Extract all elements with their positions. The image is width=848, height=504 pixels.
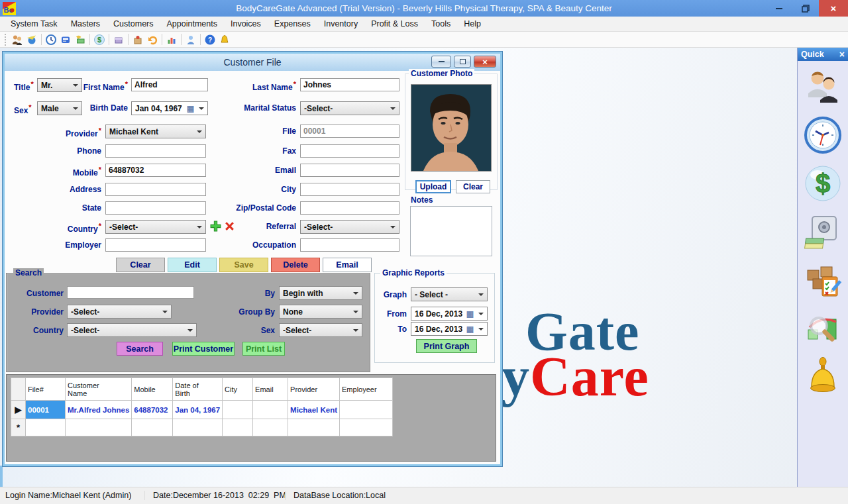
- close-button[interactable]: ×: [819, 0, 848, 17]
- table-row-new[interactable]: *: [11, 419, 393, 436]
- user-icon[interactable]: [184, 33, 198, 46]
- city-field[interactable]: [300, 183, 399, 196]
- menu-inventory[interactable]: Inventory: [317, 17, 364, 32]
- grid-header-customer-name[interactable]: Customer Name: [66, 378, 132, 401]
- cell-city[interactable]: [223, 401, 253, 419]
- clear-photo-button[interactable]: Clear: [456, 180, 490, 193]
- email-button[interactable]: Email: [323, 258, 372, 272]
- provider-select[interactable]: Michael Kent: [105, 125, 206, 138]
- world-icon[interactable]: [25, 33, 39, 46]
- last-name-field[interactable]: [300, 78, 399, 91]
- dialog-minimize-button[interactable]: [431, 56, 451, 68]
- search-country-select[interactable]: -Select-: [67, 323, 197, 337]
- cell-customer-name[interactable]: Mr.Alfred Johnes: [66, 401, 132, 419]
- grid-header-selector[interactable]: [11, 378, 26, 401]
- grid-header-date-of-birth[interactable]: Date of Birth: [173, 378, 223, 401]
- cell-email[interactable]: [253, 419, 288, 436]
- cell-file-number[interactable]: [26, 419, 66, 436]
- search-customer-input[interactable]: [67, 286, 194, 299]
- print-graph-button[interactable]: Print Graph: [416, 339, 477, 353]
- reports-search-chart-icon[interactable]: [804, 309, 842, 348]
- reminder-bell-icon[interactable]: [804, 358, 842, 396]
- dialog-maximize-button[interactable]: [454, 56, 471, 68]
- clock-icon[interactable]: [44, 33, 58, 46]
- restore-button[interactable]: [792, 0, 819, 17]
- expenses-safe-icon[interactable]: [804, 213, 842, 251]
- cell-date-of-birth[interactable]: Jan 04, 1967: [173, 401, 223, 419]
- search-group-by-select[interactable]: None: [279, 305, 362, 319]
- print-list-button[interactable]: Print List: [242, 342, 285, 356]
- cell-provider[interactable]: [288, 419, 340, 436]
- menu-customers[interactable]: Customers: [107, 17, 160, 32]
- billing-dollar-icon[interactable]: $: [804, 164, 842, 203]
- search-sex-select[interactable]: -Select-: [279, 323, 362, 337]
- cell-date-of-birth[interactable]: [173, 419, 223, 436]
- package-icon[interactable]: [131, 33, 145, 46]
- new-row-icon[interactable]: *: [11, 419, 26, 436]
- from-date-picker[interactable]: 16 Dec, 2013▦: [411, 307, 488, 321]
- cell-employeer[interactable]: [340, 401, 393, 419]
- cell-provider[interactable]: Michael Kent: [288, 401, 340, 419]
- state-field[interactable]: [105, 201, 206, 215]
- grid-header-file[interactable]: File#: [26, 378, 66, 401]
- search-button[interactable]: Search: [117, 342, 163, 356]
- bell-icon[interactable]: [217, 33, 232, 46]
- fax-field[interactable]: [300, 144, 399, 158]
- customer-grid[interactable]: File# Customer Name Mobile Date of Birth…: [11, 378, 393, 436]
- inventory-icon[interactable]: [111, 33, 126, 46]
- help-icon[interactable]: ?: [203, 33, 217, 46]
- cell-mobile[interactable]: 64887032: [132, 401, 173, 419]
- menu-profit-loss[interactable]: Profit & Loss: [364, 17, 425, 32]
- menu-tools[interactable]: Tools: [425, 17, 457, 32]
- fax-icon[interactable]: [58, 33, 73, 46]
- phone-field[interactable]: [105, 144, 206, 158]
- row-selector-icon[interactable]: ▶: [11, 401, 26, 419]
- delete-button[interactable]: Delete: [271, 258, 320, 272]
- cell-file-number[interactable]: 00001: [26, 401, 66, 419]
- add-country-icon[interactable]: [210, 221, 221, 234]
- to-date-picker[interactable]: 16 Dec, 2013▦: [411, 322, 488, 336]
- grid-header-employeer[interactable]: Employeer: [340, 378, 393, 401]
- clear-button[interactable]: Clear: [116, 258, 165, 272]
- country-select[interactable]: -Select-: [105, 220, 206, 234]
- menu-system-task[interactable]: System Task: [4, 17, 64, 32]
- title-select[interactable]: Mr.: [37, 78, 82, 92]
- upload-photo-button[interactable]: Upload: [415, 180, 451, 193]
- address-field[interactable]: [105, 183, 206, 196]
- menu-expenses[interactable]: Expenses: [268, 17, 317, 32]
- close-icon[interactable]: ×: [839, 49, 845, 60]
- customers-icon[interactable]: [804, 68, 842, 106]
- appointments-clock-icon[interactable]: [804, 116, 842, 154]
- first-name-field[interactable]: [131, 78, 208, 91]
- grid-header-email[interactable]: Email: [253, 378, 288, 401]
- notes-field[interactable]: [410, 206, 492, 256]
- mobile-field[interactable]: [105, 164, 206, 177]
- menu-help[interactable]: Help: [457, 17, 488, 32]
- customers-icon[interactable]: [10, 33, 25, 46]
- cell-email[interactable]: [253, 401, 288, 419]
- sex-select[interactable]: Male: [37, 101, 82, 115]
- menu-invoices[interactable]: Invoices: [224, 17, 268, 32]
- table-row[interactable]: ▶ 00001 Mr.Alfred Johnes 64887032 Jan 04…: [11, 401, 393, 419]
- chart-icon[interactable]: [164, 33, 179, 46]
- inventory-boxes-icon[interactable]: [804, 261, 842, 299]
- edit-button[interactable]: Edit: [168, 258, 217, 272]
- cell-customer-name[interactable]: [66, 419, 132, 436]
- payment-icon[interactable]: [73, 33, 87, 46]
- print-customer-button[interactable]: Print Customer: [172, 342, 235, 356]
- cell-city[interactable]: [223, 419, 253, 436]
- save-button[interactable]: Save: [219, 258, 268, 272]
- minimize-button[interactable]: [766, 0, 792, 17]
- search-by-select[interactable]: Begin with: [279, 286, 362, 300]
- menu-masters[interactable]: Masters: [64, 17, 107, 32]
- search-provider-select[interactable]: -Select-: [67, 305, 172, 319]
- grid-header-mobile[interactable]: Mobile: [132, 378, 173, 401]
- graph-select[interactable]: - Select -: [411, 287, 488, 301]
- grid-header-city[interactable]: City: [223, 378, 253, 401]
- dollar-icon[interactable]: $: [92, 33, 107, 46]
- employer-field[interactable]: [105, 238, 206, 252]
- toolbar-grip[interactable]: [5, 34, 7, 46]
- cell-mobile[interactable]: [132, 419, 173, 436]
- marital-status-select[interactable]: -Select-: [300, 101, 399, 115]
- email-field[interactable]: [300, 164, 399, 177]
